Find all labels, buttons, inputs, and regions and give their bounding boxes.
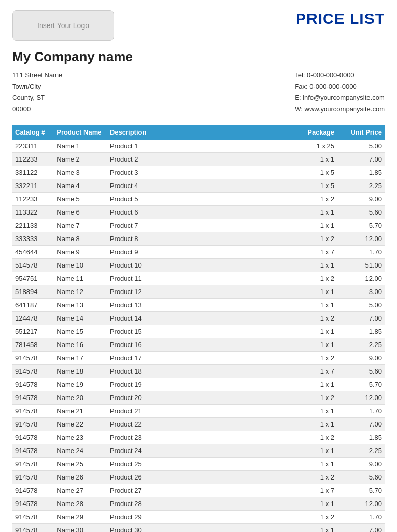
header-package: Package xyxy=(290,125,337,140)
cell-description: Product 13 xyxy=(107,299,290,312)
cell-name: Name 7 xyxy=(53,219,107,232)
cell-package: 1 x 2 xyxy=(290,391,337,405)
cell-name: Name 28 xyxy=(53,497,107,511)
cell-name: Name 15 xyxy=(53,325,107,338)
cell-price: 1.70 xyxy=(337,405,385,418)
cell-price: 12.00 xyxy=(337,272,385,285)
cell-description: Product 17 xyxy=(107,352,290,365)
cell-package: 1 x 5 xyxy=(290,179,337,193)
cell-price: 1.85 xyxy=(337,325,385,338)
cell-name: Name 25 xyxy=(53,458,107,471)
cell-price: 2.25 xyxy=(337,179,385,193)
table-row: 223311 Name 1 Product 1 1 x 25 5.00 xyxy=(12,140,385,153)
cell-catalog: 914578 xyxy=(12,524,53,532)
cell-name: Name 24 xyxy=(53,444,107,458)
table-row: 112233 Name 5 Product 5 1 x 2 9.00 xyxy=(12,193,385,206)
cell-catalog: 641187 xyxy=(12,299,53,312)
cell-package: 1 x 2 xyxy=(290,193,337,206)
cell-description: Product 1 xyxy=(107,140,290,153)
cell-name: Name 5 xyxy=(53,193,107,206)
cell-price: 1.85 xyxy=(337,431,385,444)
cell-description: Product 10 xyxy=(107,259,290,272)
cell-catalog: 954751 xyxy=(12,272,53,285)
cell-description: Product 2 xyxy=(107,153,290,166)
cell-name: Name 19 xyxy=(53,378,107,391)
cell-price: 51.00 xyxy=(337,259,385,272)
cell-name: Name 29 xyxy=(53,511,107,524)
logo-text: Insert Your Logo xyxy=(37,21,89,30)
cell-catalog: 112233 xyxy=(12,153,53,166)
cell-price: 12.00 xyxy=(337,232,385,246)
header-description: Description xyxy=(107,125,290,140)
table-row: 914578 Name 18 Product 18 1 x 7 5.60 xyxy=(12,365,385,378)
cell-package: 1 x 1 xyxy=(290,219,337,232)
table-row: 914578 Name 26 Product 26 1 x 2 5.60 xyxy=(12,471,385,484)
table-row: 331122 Name 3 Product 3 1 x 5 1.85 xyxy=(12,166,385,179)
cell-package: 1 x 2 xyxy=(290,312,337,325)
cell-price: 7.00 xyxy=(337,418,385,431)
table-row: 332211 Name 4 Product 4 1 x 5 2.25 xyxy=(12,179,385,193)
cell-catalog: 221133 xyxy=(12,219,53,232)
cell-package: 1 x 1 xyxy=(290,299,337,312)
cell-name: Name 17 xyxy=(53,352,107,365)
email: E: info@yourcompanysite.com xyxy=(295,92,385,103)
table-row: 914578 Name 20 Product 20 1 x 2 12.00 xyxy=(12,391,385,405)
table-row: 914578 Name 30 Product 30 1 x 1 7.00 xyxy=(12,524,385,532)
cell-package: 1 x 2 xyxy=(290,232,337,246)
cell-name: Name 1 xyxy=(53,140,107,153)
cell-package: 1 x 1 xyxy=(290,524,337,532)
cell-price: 12.00 xyxy=(337,497,385,511)
cell-package: 1 x 7 xyxy=(290,246,337,259)
cell-name: Name 4 xyxy=(53,179,107,193)
cell-price: 9.00 xyxy=(337,193,385,206)
table-row: 914578 Name 29 Product 29 1 x 2 1.70 xyxy=(12,511,385,524)
cell-price: 12.00 xyxy=(337,391,385,405)
cell-name: Name 22 xyxy=(53,418,107,431)
table-row: 914578 Name 28 Product 28 1 x 1 12.00 xyxy=(12,497,385,511)
cell-description: Product 26 xyxy=(107,471,290,484)
address-line1: 111 Street Name xyxy=(12,70,62,81)
cell-price: 1.70 xyxy=(337,246,385,259)
cell-catalog: 914578 xyxy=(12,484,53,497)
cell-name: Name 12 xyxy=(53,285,107,299)
price-list-table: Catalog # Product Name Description Packa… xyxy=(12,125,385,532)
cell-name: Name 6 xyxy=(53,206,107,219)
cell-name: Name 3 xyxy=(53,166,107,179)
cell-price: 5.60 xyxy=(337,206,385,219)
cell-catalog: 514578 xyxy=(12,259,53,272)
cell-price: 9.00 xyxy=(337,352,385,365)
cell-description: Product 6 xyxy=(107,206,290,219)
cell-name: Name 21 xyxy=(53,405,107,418)
cell-price: 5.70 xyxy=(337,219,385,232)
cell-description: Product 22 xyxy=(107,418,290,431)
cell-name: Name 13 xyxy=(53,299,107,312)
header-catalog: Catalog # xyxy=(12,125,53,140)
cell-package: 1 x 2 xyxy=(290,431,337,444)
cell-package: 1 x 1 xyxy=(290,338,337,352)
table-row: 518894 Name 12 Product 12 1 x 1 3.00 xyxy=(12,285,385,299)
header-price: Unit Price xyxy=(337,125,385,140)
cell-description: Product 7 xyxy=(107,219,290,232)
cell-package: 1 x 1 xyxy=(290,153,337,166)
cell-description: Product 21 xyxy=(107,405,290,418)
cell-catalog: 914578 xyxy=(12,405,53,418)
table-row: 914578 Name 19 Product 19 1 x 1 5.70 xyxy=(12,378,385,391)
page-header: Insert Your Logo PRICE LIST xyxy=(12,10,385,41)
cell-description: Product 16 xyxy=(107,338,290,352)
table-row: 221133 Name 7 Product 7 1 x 1 5.70 xyxy=(12,219,385,232)
cell-description: Product 9 xyxy=(107,246,290,259)
cell-catalog: 914578 xyxy=(12,497,53,511)
table-row: 914578 Name 25 Product 25 1 x 1 9.00 xyxy=(12,458,385,471)
cell-description: Product 24 xyxy=(107,444,290,458)
cell-description: Product 8 xyxy=(107,232,290,246)
cell-description: Product 25 xyxy=(107,458,290,471)
cell-catalog: 124478 xyxy=(12,312,53,325)
page-title: PRICE LIST xyxy=(296,10,385,28)
cell-price: 7.00 xyxy=(337,153,385,166)
cell-package: 1 x 2 xyxy=(290,272,337,285)
cell-catalog: 914578 xyxy=(12,418,53,431)
address-line2: Town/City xyxy=(12,81,62,92)
cell-catalog: 914578 xyxy=(12,471,53,484)
cell-catalog: 331122 xyxy=(12,166,53,179)
cell-name: Name 2 xyxy=(53,153,107,166)
